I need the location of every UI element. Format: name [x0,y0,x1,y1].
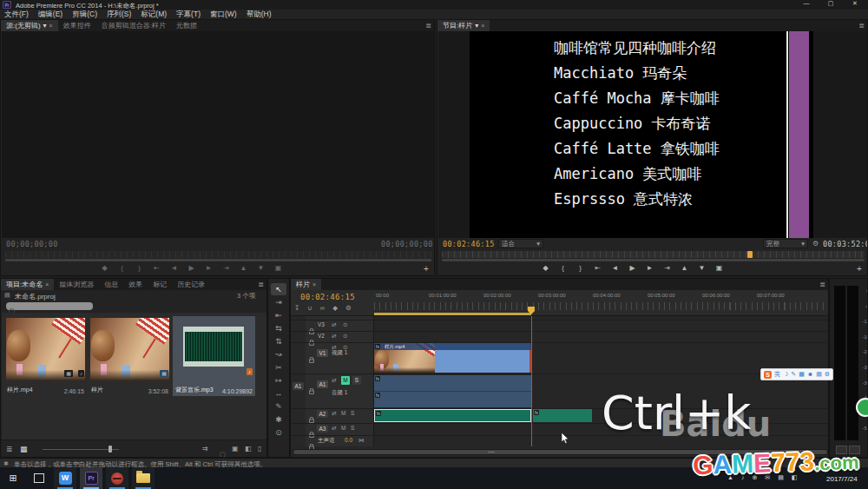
fit-dropdown[interactable]: 适合▾ [498,239,543,248]
task-view-button[interactable] [28,467,50,489]
thumbnail-zoom-slider[interactable] [43,449,119,450]
tab-media-browser[interactable]: 媒体浏览器 [54,279,99,290]
track-label-v3[interactable]: V3 [318,321,325,327]
new-item-icon[interactable]: ◧ [245,445,252,453]
ime-keyboard-icon[interactable]: ▦ [799,370,805,379]
maximize-button[interactable]: ▢ [819,0,843,10]
tab-metadata[interactable]: 元数据 [171,20,202,31]
track-output-eye-icon[interactable]: ⊙ [343,321,347,328]
sync-lock-icon[interactable]: ⇄ [332,344,336,351]
program-zoom-bar[interactable] [442,259,865,261]
close-button[interactable]: ✕ [843,0,867,10]
menu-edit[interactable]: 编辑(E) [38,10,62,20]
sync-lock-icon[interactable]: ⇄ [332,410,336,417]
selection-tool[interactable]: ↖ [271,283,286,295]
track-select-forward-tool[interactable]: ⇥ [271,296,286,308]
program-viewer[interactable]: 咖啡馆常见四种咖啡介绍 Macchiato 玛奇朵 Caffé Mocha 摩卡… [438,31,868,238]
panel-menu-icon[interactable]: ≣ [819,281,825,288]
source-viewer[interactable] [2,31,434,238]
mark-in-icon[interactable]: { [559,264,567,272]
ime-settings-icon[interactable]: ⚙ [825,370,830,379]
time-ruler[interactable]: 00:00 00:01:00:00 00:02:00:00 00:03:00:0… [374,290,829,316]
clip-card-audio[interactable]: ♪ 背景音乐.mp3 4:10:29892 [173,316,255,396]
add-marker-icon[interactable]: ◆ [101,264,108,272]
lift-icon[interactable]: ▲ [681,264,688,272]
tab-source[interactable]: 源:(无剪辑) ▾ × [1,20,58,31]
step-back-icon[interactable]: ◄ [170,264,178,272]
taskbar-app-player[interactable] [106,467,128,489]
taskbar-date[interactable]: 2017/7/24 [826,475,858,483]
start-button[interactable]: ⊞ [2,467,24,489]
source-scrubber[interactable] [5,251,431,258]
timeline-clip-audio1[interactable]: fx fx [374,375,531,407]
ime-language-mode[interactable]: 英 [774,370,780,379]
lock-icon[interactable] [309,351,314,367]
project-clip-area[interactable]: ▦ ♪ 样片.mp4 2:46:15 ▦ 样片 3:52:08 ♪ 背景 [2,313,266,439]
timeline-clip-music-2[interactable]: fx [533,409,592,422]
slip-tool[interactable]: ↦ [271,374,286,387]
taskbar-app-word[interactable]: W [54,467,76,489]
program-timecode-current[interactable]: 00:02:46:15 [443,240,495,248]
linked-selection-icon[interactable]: ∞ [320,304,325,312]
new-bin-icon[interactable]: ▣ [232,445,239,453]
panel-menu-icon[interactable]: ≣ [425,22,431,30]
timeline-clip-video[interactable]: fx 样片.mp4 [374,343,531,373]
list-view-icon[interactable]: ≣ [6,445,13,453]
track-label-a2[interactable]: A2 [317,410,328,418]
find-icon[interactable] [220,452,226,458]
track-output-eye-icon[interactable]: ⊙ [343,333,347,340]
sync-lock-icon[interactable]: ⇄ [332,321,336,328]
ime-pen-icon[interactable]: ✎ [791,370,796,379]
mark-out-icon[interactable]: } [135,264,143,272]
sync-lock-icon[interactable]: ⇄ [332,333,336,340]
mute-button[interactable]: M [341,376,350,385]
tab-sequence[interactable]: 样片 × [291,279,321,290]
go-to-in-icon[interactable]: ⇤ [153,264,161,272]
source-zoom-bar[interactable] [5,259,431,261]
overwrite-icon[interactable]: ▼ [257,264,265,272]
track-label-a1[interactable]: A1 [317,380,328,388]
trash-icon[interactable]: ▯ [258,445,261,453]
play-icon[interactable]: ▶ [628,264,636,272]
icon-view-icon[interactable]: ▦ [20,445,28,453]
clip-card-video-2[interactable]: ▦ 样片 3:52:08 [89,316,171,396]
menu-sequence[interactable]: 序列(S) [107,10,131,20]
panel-menu-icon[interactable]: ≣ [258,281,264,288]
ime-toolbar[interactable]: S 英 ☽ ✎ ▦ ☻ ▤ ⚙ [760,368,833,380]
go-to-in-icon[interactable]: ⇤ [594,264,602,272]
hand-tool[interactable]: ✱ [271,413,286,426]
rate-stretch-tool[interactable]: ↝ [271,348,286,360]
work-area-bar[interactable] [374,313,531,315]
mark-out-icon[interactable]: } [576,264,584,272]
panel-menu-icon[interactable]: ≣ [858,22,865,30]
lock-icon[interactable] [309,382,314,398]
master-gain-value[interactable]: 0.0 [345,437,352,443]
extract-icon[interactable]: ▼ [698,264,706,272]
pen-tool[interactable]: ✎ [271,400,286,413]
timeline-timecode[interactable]: 00:02:46:15 [300,293,355,301]
menu-clip[interactable]: 剪辑(C) [72,10,97,20]
track-output-eye-icon[interactable]: ⊙ [343,344,347,351]
ime-skin-icon[interactable]: ▤ [816,370,822,379]
tab-audio-clip-mixer[interactable]: 音频剪辑混合器:样片 [96,20,171,31]
taskbar-app-premiere[interactable]: Pr [80,467,102,489]
clip-card-video-1[interactable]: ▦ ♪ 样片.mp4 2:46:15 [4,316,87,396]
lock-icon[interactable] [309,334,314,349]
program-scrubber[interactable] [442,251,865,258]
track-label-v1[interactable]: V1 [317,349,328,357]
close-tab-icon[interactable]: × [312,281,316,287]
menu-help[interactable]: 帮助(H) [247,10,272,20]
close-tab-icon[interactable]: × [49,23,53,29]
play-icon[interactable]: ▶ [187,264,195,272]
timeline-clip-music-selected[interactable]: fx [374,409,531,422]
export-frame-icon[interactable]: ▣ [274,264,282,272]
playhead-line[interactable] [531,316,532,446]
menu-title[interactable]: 字幕(T) [176,10,201,20]
minimize-button[interactable]: — [794,0,819,10]
snap-icon[interactable]: ∪ [307,304,312,312]
add-marker-icon[interactable]: ◆ [542,264,549,272]
slider-handle[interactable] [108,446,112,453]
track-label-v2[interactable]: V2 [318,333,325,339]
zoom-tool[interactable]: ⊙ [271,426,286,439]
track-name-a1[interactable]: 音频 1 [332,389,347,397]
